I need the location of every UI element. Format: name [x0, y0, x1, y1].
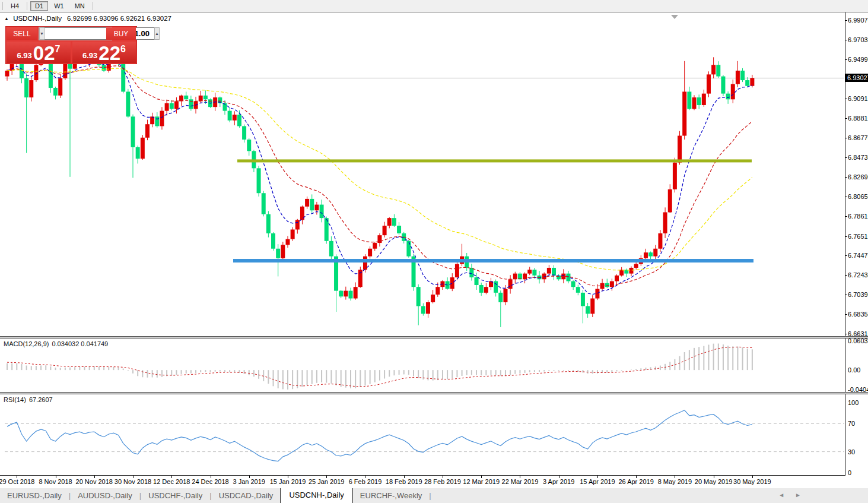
buy-price-prefix: 6.93: [82, 51, 97, 60]
tab-divider: |: [429, 491, 431, 503]
timeframe-button-d1[interactable]: D1: [30, 1, 48, 11]
macd-values: 0.034032 0.041749: [52, 340, 108, 347]
macd-header: MACD(12,26,9)0.034032 0.041749: [4, 340, 111, 347]
current-price-chip: 6.93027: [845, 74, 868, 82]
sell-price-prefix: 6.93: [17, 51, 32, 60]
panel-divider[interactable]: [0, 336, 868, 339]
volume-increase-button[interactable]: ▲: [154, 27, 160, 40]
sell-button[interactable]: SELL: [7, 27, 37, 40]
toolbar-divider: [2, 2, 3, 10]
main-chart-panel[interactable]: ▲ USDCNH-,Daily 6.92699 6.93096 6.92621 …: [0, 12, 868, 336]
collapse-triangle-icon[interactable]: ▲: [4, 16, 9, 21]
price-axis-label: 6.74470: [848, 252, 868, 259]
price-axis-label: 6.86770: [848, 134, 868, 141]
price-axis-tick: [845, 138, 847, 138]
price-axis-label: 6.90910: [848, 95, 868, 102]
mt4-window: H4D1W1MN ▲ USDCNH-,Daily 6.92699 6.93096…: [0, 0, 868, 503]
trade-widget-header: SELL ▼ ▲ BUY: [6, 27, 136, 40]
price-axis-tick: [845, 314, 847, 315]
tab-scroll-right-icon[interactable]: ►: [795, 492, 812, 498]
sell-price-button[interactable]: 6.93 02 7: [7, 42, 71, 63]
price-axis-label: 6.82690: [848, 173, 868, 181]
price-axis-tick: [845, 59, 847, 60]
price-axis-label: 6.94990: [848, 56, 868, 63]
price-axis-tick: [845, 216, 847, 217]
price-axis-tick: [845, 99, 847, 99]
chart-symbol-period: USDCNH-,Daily: [13, 15, 62, 22]
tab-scroll-left-icon[interactable]: ◄: [778, 492, 795, 498]
chart-title-bar: ▲ USDCNH-,Daily 6.92699 6.93096 6.92621 …: [4, 15, 171, 22]
price-axis-label: 6.72430: [848, 271, 868, 279]
chart-tab-bar: EURUSD-,Daily|AUDUSD-,Daily|USDCHF-,Dail…: [0, 487, 868, 503]
rsi-value: 67.2607: [29, 396, 53, 403]
rsi-header: RSI(14)67.2607: [4, 396, 56, 403]
price-axis-label: 6.76510: [848, 233, 868, 240]
price-axis-tick: [845, 118, 847, 119]
toolbar-divider: [27, 2, 27, 10]
chart-tab-usdcaddaily[interactable]: USDCAD-,Daily: [212, 489, 281, 503]
chart-tab-audusddaily[interactable]: AUDUSD-,Daily: [71, 489, 139, 503]
price-axis-tick: [845, 197, 847, 197]
price-axis-tick: [845, 295, 847, 295]
chart-window: ▲ USDCNH-,Daily 6.92699 6.93096 6.92621 …: [0, 12, 868, 488]
price-axis-label: 6.97030: [848, 36, 868, 43]
volume-input[interactable]: [44, 27, 154, 40]
buy-price-button[interactable]: 6.93 22 6: [72, 42, 136, 63]
price-axis-label: 6.84730: [848, 154, 868, 161]
rsi-scale-label: 0: [848, 469, 851, 476]
timeframe-button-mn[interactable]: MN: [70, 1, 90, 11]
price-axis-label: 6.99070: [848, 17, 868, 24]
volume-stepper: ▼ ▲: [39, 27, 112, 40]
price-axis-label: 6.78610: [848, 213, 868, 220]
macd-label: MACD(12,26,9): [4, 340, 49, 347]
timeframe-button-h4[interactable]: H4: [6, 1, 24, 11]
toolbar-divider: [93, 2, 93, 10]
chart-tab-eurusddaily[interactable]: EURUSD-,Daily: [0, 489, 69, 503]
price-axis-tick: [845, 255, 847, 256]
price-axis-tick: [845, 177, 847, 178]
rsi-scale-label: 100: [848, 399, 859, 406]
price-axis-tick: [845, 157, 847, 158]
panel-divider[interactable]: [0, 392, 868, 394]
rsi-chart-canvas[interactable]: [0, 394, 845, 475]
price-axis-label: 6.88810: [848, 115, 868, 122]
tab-scroll-arrows: ◄►: [778, 492, 812, 498]
price-axis-tick: [845, 236, 847, 237]
price-axis-label: 6.68350: [848, 311, 868, 318]
rsi-label: RSI(14): [4, 396, 26, 403]
sell-price-point: 7: [55, 44, 61, 55]
buy-price-pips: 22: [98, 45, 120, 62]
price-axis-label: 6.80650: [848, 193, 868, 200]
rsi-scale-label: 30: [848, 448, 855, 455]
one-click-trading-panel: SELL ▼ ▲ BUY 6.93 02 7 6.93 22 6: [6, 27, 136, 64]
timeframe-button-w1[interactable]: W1: [49, 1, 69, 11]
date-axis[interactable]: 29 Oct 20188 Nov 201820 Nov 201830 Nov 2…: [0, 475, 868, 488]
price-axis-tick: [845, 40, 847, 40]
price-axis[interactable]: 6.990706.970306.949906.909106.888106.867…: [845, 12, 868, 476]
price-axis-label: 6.70390: [848, 291, 868, 298]
rsi-scale-label: 70: [848, 420, 855, 427]
macd-scale-label: 0.00: [848, 366, 860, 374]
volume-decrease-button[interactable]: ▼: [39, 27, 44, 40]
chart-tab-usdchfdaily[interactable]: USDCHF-,Daily: [141, 489, 209, 503]
chart-tab-usdcnhdaily[interactable]: USDCNH-,Daily: [280, 487, 352, 503]
price-axis-tick: [845, 334, 847, 334]
rsi-panel[interactable]: RSI(14)67.2607: [0, 394, 868, 475]
macd-chart-canvas[interactable]: [0, 339, 845, 392]
chart-tab-eurchfweekly[interactable]: EURCHF-,Weekly: [353, 489, 430, 503]
macd-panel[interactable]: MACD(12,26,9)0.034032 0.041749: [0, 339, 868, 392]
timeframe-toolbar: H4D1W1MN: [0, 0, 868, 12]
price-axis-tick: [845, 275, 847, 276]
price-axis-tick: [845, 20, 847, 21]
buy-price-point: 6: [120, 44, 126, 55]
buy-button[interactable]: BUY: [106, 27, 136, 40]
sell-price-pips: 02: [33, 45, 55, 62]
date-axis-label: 30 May 2019: [726, 478, 779, 485]
chart-ohlc-values: 6.92699 6.93096 6.92621 6.93027: [67, 15, 171, 22]
